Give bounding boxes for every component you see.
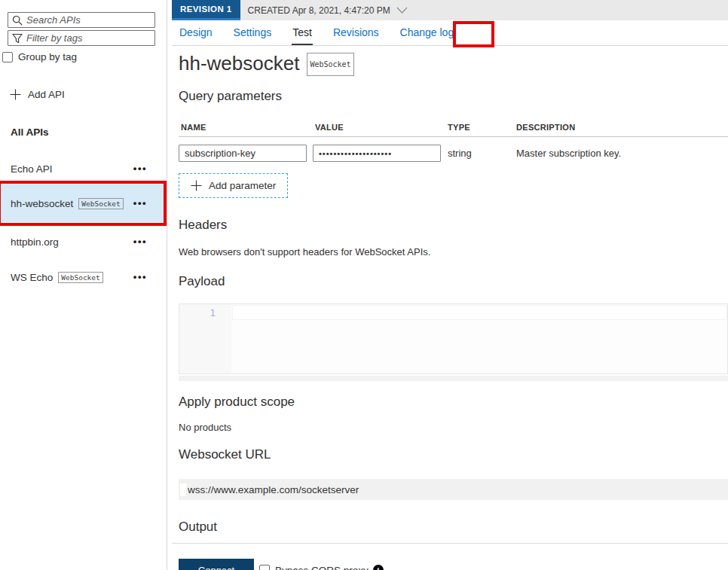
- revision-created-dropdown[interactable]: CREATED Apr 8, 2021, 4:47:20 PM: [240, 0, 728, 20]
- plus-icon: [10, 89, 21, 100]
- api-item-label: httpbin.org: [11, 236, 59, 248]
- tab-settings[interactable]: Settings: [233, 20, 273, 45]
- filter-tags-input[interactable]: [26, 32, 151, 44]
- websocket-badge: WebSocket: [58, 272, 102, 283]
- websocket-badge: WebSocket: [307, 53, 353, 76]
- info-icon[interactable]: [373, 565, 384, 570]
- ellipsis-menu-icon[interactable]: [133, 200, 147, 207]
- group-by-tag-label: Group by tag: [18, 51, 77, 62]
- bypass-cors-checkbox[interactable]: [259, 565, 270, 570]
- search-apis-input[interactable]: [26, 14, 151, 26]
- group-by-tag-row[interactable]: Group by tag: [2, 51, 77, 62]
- sidebar-item-ws-echo[interactable]: WS Echo WebSocket: [0, 258, 167, 296]
- column-header-description: DESCRIPTION: [514, 123, 728, 132]
- ellipsis-menu-icon[interactable]: [133, 165, 147, 172]
- sidebar-item-hh-websocket[interactable]: hh-websocket WebSocket: [0, 184, 167, 222]
- ellipsis-menu-icon[interactable]: [133, 273, 147, 281]
- product-scope-message: No products: [179, 422, 728, 433]
- product-scope-heading: Apply product scope: [179, 395, 728, 410]
- plus-icon: [191, 180, 202, 191]
- table-header-row: NAME VALUE TYPE DESCRIPTION: [179, 123, 728, 137]
- page-title: hh-websocket WebSocket: [179, 52, 728, 75]
- websocket-url-value: wss://www.example.com/socketserver: [188, 484, 359, 495]
- param-name-input[interactable]: [179, 145, 307, 162]
- revision-tab[interactable]: REVISION 1: [172, 0, 240, 20]
- revision-bar: REVISION 1 CREATED Apr 8, 2021, 4:47:20 …: [172, 0, 728, 20]
- param-type: string: [445, 148, 514, 159]
- api-sidebar: Group by tag Add API All APIs Echo API h…: [0, 0, 167, 570]
- websocket-badge: WebSocket: [78, 198, 123, 209]
- output-heading: Output: [179, 520, 728, 535]
- revision-created-label: CREATED Apr 8, 2021, 4:47:20 PM: [248, 5, 390, 16]
- query-parameters-table: NAME VALUE TYPE DESCRIPTION string Maste…: [179, 123, 728, 168]
- group-by-tag-checkbox[interactable]: [2, 52, 13, 62]
- api-test-panel: REVISION 1 CREATED Apr 8, 2021, 4:47:20 …: [172, 0, 728, 570]
- sidebar-item-httpbin[interactable]: httpbin.org: [0, 223, 167, 261]
- editor-scrollbar[interactable]: [179, 376, 728, 381]
- connect-button[interactable]: Connect: [179, 559, 254, 570]
- api-item-label: Echo API: [11, 163, 53, 175]
- column-header-value: VALUE: [313, 123, 445, 132]
- test-footer: Connect Bypass CORS proxy: [179, 559, 728, 570]
- ellipsis-menu-icon[interactable]: [133, 238, 147, 245]
- output-divider: [172, 543, 728, 544]
- api-item-label: WS Echo: [11, 272, 53, 283]
- table-row: string Master subscription key.: [179, 137, 728, 168]
- add-api-label: Add API: [28, 89, 65, 100]
- filter-tags-box[interactable]: [8, 30, 155, 46]
- headers-heading: Headers: [179, 218, 728, 233]
- search-icon: [12, 15, 23, 26]
- revision-label: REVISION 1: [180, 5, 232, 14]
- headers-message: Web browsers don't support headers for W…: [179, 246, 728, 258]
- all-apis-heading: All APIs: [11, 126, 49, 138]
- sidebar-divider: [167, 0, 167, 570]
- add-parameter-button[interactable]: Add parameter: [179, 173, 288, 198]
- api-title-text: hh-websocket: [179, 53, 299, 74]
- tab-design[interactable]: Design: [179, 20, 213, 45]
- websocket-url-bar[interactable]: wss://www.example.com/socketserver: [179, 479, 728, 500]
- tab-test[interactable]: Test: [292, 20, 313, 45]
- search-apis-box[interactable]: [8, 12, 155, 28]
- query-parameters-heading: Query parameters: [179, 89, 728, 104]
- bypass-cors-label: Bypass CORS proxy: [275, 565, 369, 570]
- payload-editor[interactable]: 1: [179, 303, 728, 374]
- param-value-input[interactable]: [313, 145, 441, 162]
- url-caret: [180, 483, 186, 496]
- editor-current-line: [232, 305, 727, 320]
- tab-revisions[interactable]: Revisions: [332, 20, 380, 45]
- add-api-button[interactable]: Add API: [10, 89, 65, 100]
- payload-heading: Payload: [179, 274, 728, 289]
- add-parameter-label: Add parameter: [209, 180, 276, 191]
- websocket-url-heading: Websocket URL: [179, 447, 728, 462]
- column-header-type: TYPE: [445, 123, 514, 132]
- param-description: Master subscription key.: [514, 148, 728, 159]
- tab-change-log[interactable]: Change log: [399, 20, 455, 45]
- api-tabs: Design Settings Test Revisions Change lo…: [172, 20, 728, 46]
- column-header-name: NAME: [179, 123, 313, 132]
- filter-icon: [12, 33, 23, 44]
- editor-line-number: 1: [179, 306, 216, 320]
- chevron-down-icon: [396, 7, 408, 14]
- api-item-label: hh-websocket: [11, 198, 73, 209]
- sidebar-item-echo-api[interactable]: Echo API: [0, 150, 167, 187]
